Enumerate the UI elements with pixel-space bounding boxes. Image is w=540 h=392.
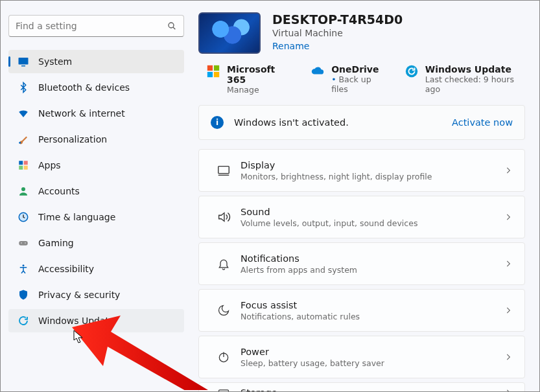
card-sound[interactable]: Sound Volume levels, output, input, soun… — [198, 196, 525, 238]
card-power[interactable]: Power Sleep, battery usage, battery save… — [198, 336, 525, 378]
shield-icon — [18, 289, 29, 301]
gaming-icon — [18, 237, 29, 249]
svg-rect-6 — [24, 161, 28, 165]
card-notifications[interactable]: Notifications Alerts from apps and syste… — [198, 242, 525, 285]
card-sub: Notifications, automatic rules — [241, 312, 504, 321]
accessibility-icon — [18, 263, 29, 275]
topcard-sub: Last checked: 9 hours ago — [425, 75, 525, 94]
svg-point-19 — [406, 65, 417, 77]
svg-rect-20 — [218, 167, 229, 174]
card-display[interactable]: Display Monitors, brightness, night ligh… — [198, 149, 525, 192]
device-type: Virtual Machine — [272, 28, 403, 38]
moon-icon — [211, 304, 237, 317]
clock-icon — [18, 211, 29, 223]
svg-point-13 — [25, 242, 26, 244]
sidebar-item-bluetooth[interactable]: Bluetooth & devices — [8, 76, 184, 99]
sidebar-item-privacy[interactable]: Privacy & security — [8, 283, 184, 306]
sidebar-item-label: Privacy & security — [38, 290, 120, 300]
topcard-windows-update[interactable]: Windows Update Last checked: 9 hours ago — [405, 64, 525, 95]
sidebar-item-windows-update[interactable]: Windows Update — [8, 309, 184, 332]
card-title: Storage — [241, 387, 504, 391]
sidebar-item-system[interactable]: System — [8, 50, 184, 73]
sidebar-item-label: Accessibility — [38, 264, 94, 274]
topcard-onedrive[interactable]: OneDrive • Back up files — [311, 64, 386, 95]
display-icon — [211, 163, 237, 178]
svg-rect-17 — [207, 72, 213, 77]
topcard-sub: • Back up files — [331, 75, 386, 94]
sidebar-item-label: Accounts — [38, 186, 80, 196]
sound-icon — [211, 210, 237, 224]
card-title: Power — [241, 347, 504, 357]
svg-rect-2 — [19, 58, 29, 65]
sidebar-item-gaming[interactable]: Gaming — [8, 231, 184, 255]
topcard-title: Microsoft 365 — [227, 64, 292, 85]
wifi-icon — [18, 108, 29, 119]
device-header: DESKTOP-T4R54D0 Virtual Machine Rename — [198, 12, 525, 54]
sidebar-item-label: Network & internet — [38, 108, 125, 119]
svg-rect-8 — [24, 166, 28, 170]
ms365-icon — [206, 64, 220, 78]
sidebar-item-network[interactable]: Network & internet — [8, 102, 184, 125]
svg-line-1 — [173, 27, 175, 29]
svg-rect-24 — [219, 390, 229, 391]
activate-now-link[interactable]: Activate now — [452, 117, 513, 128]
storage-icon — [211, 386, 237, 391]
activation-banner[interactable]: i Windows isn't activated. Activate now — [198, 105, 525, 140]
card-sub: Sleep, battery usage, battery saver — [241, 358, 504, 368]
power-icon — [211, 351, 237, 363]
card-sub: Monitors, brightness, night light, displ… — [241, 172, 504, 181]
onedrive-icon — [311, 64, 325, 78]
main-panel: DESKTOP-T4R54D0 Virtual Machine Rename M… — [192, 1, 539, 391]
topcard-ms365[interactable]: Microsoft 365 Manage — [206, 64, 292, 95]
device-wallpaper[interactable] — [198, 12, 261, 54]
sidebar: System Bluetooth & devices Network & int… — [1, 1, 192, 391]
sidebar-item-label: Time & language — [38, 212, 115, 222]
card-title: Notifications — [241, 253, 504, 264]
accounts-icon — [18, 185, 29, 197]
sidebar-item-label: System — [38, 56, 72, 67]
chevron-right-icon — [504, 213, 513, 222]
apps-icon — [18, 159, 29, 171]
chevron-right-icon — [504, 388, 513, 391]
device-name: DESKTOP-T4R54D0 — [272, 12, 403, 27]
card-sub: Alerts from apps and system — [241, 265, 504, 275]
search-box[interactable] — [8, 15, 184, 37]
card-title: Focus assist — [241, 300, 504, 310]
update-icon — [405, 64, 419, 78]
sidebar-item-label: Bluetooth & devices — [38, 82, 130, 93]
settings-cards: Display Monitors, brightness, night ligh… — [198, 149, 525, 391]
topcard-sub: Manage — [227, 85, 292, 95]
sidebar-item-time[interactable]: Time & language — [8, 205, 184, 229]
info-icon: i — [211, 116, 224, 129]
card-sub: Volume levels, output, input, sound devi… — [241, 218, 504, 228]
sidebar-item-label: Apps — [38, 160, 61, 170]
search-input[interactable] — [16, 21, 167, 31]
banner-text: Windows isn't activated. — [234, 117, 452, 128]
card-storage[interactable]: Storage — [198, 382, 525, 391]
rename-link[interactable]: Rename — [272, 41, 403, 51]
bluetooth-icon — [18, 82, 29, 93]
svg-rect-5 — [19, 161, 23, 165]
topcard-title: OneDrive — [331, 64, 386, 75]
svg-rect-3 — [21, 65, 25, 67]
sidebar-item-apps[interactable]: Apps — [8, 154, 184, 177]
chevron-right-icon — [504, 352, 513, 362]
system-icon — [18, 56, 29, 67]
top-cards: Microsoft 365 Manage OneDrive • Back up … — [198, 64, 525, 95]
bell-icon — [211, 257, 237, 270]
svg-point-9 — [21, 187, 25, 191]
nav-list: System Bluetooth & devices Network & int… — [8, 50, 184, 332]
sidebar-item-personalization[interactable]: Personalization — [8, 128, 184, 151]
chevron-right-icon — [504, 166, 513, 175]
sidebar-item-accessibility[interactable]: Accessibility — [8, 257, 184, 281]
card-title: Sound — [241, 207, 504, 217]
card-focus-assist[interactable]: Focus assist Notifications, automatic ru… — [198, 289, 525, 332]
sidebar-item-label: Personalization — [38, 134, 107, 144]
update-icon — [18, 315, 29, 327]
svg-rect-18 — [214, 72, 219, 77]
sidebar-item-accounts[interactable]: Accounts — [8, 179, 184, 203]
svg-rect-15 — [207, 65, 213, 71]
brush-icon — [18, 133, 29, 145]
svg-rect-11 — [19, 241, 28, 246]
svg-point-4 — [19, 142, 21, 144]
